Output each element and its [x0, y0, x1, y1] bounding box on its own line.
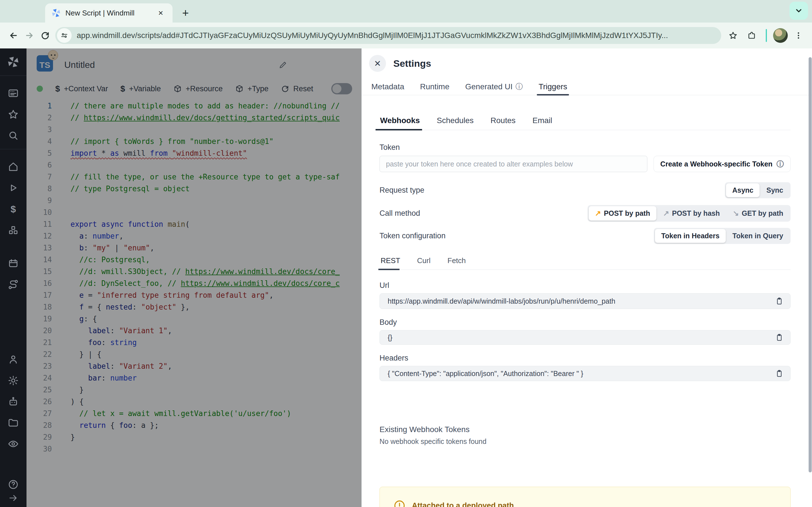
- sidebar-divider: [0, 75, 27, 76]
- url-value: https://app.windmill.dev/api/w/windmill-…: [388, 297, 775, 305]
- chevron-down-icon: [795, 6, 803, 15]
- option-post-by-path[interactable]: ↗POST by path: [589, 206, 656, 221]
- browser-chrome: New Script | Windmill × + app.windmill.d…: [0, 0, 812, 48]
- extensions-icon[interactable]: [744, 27, 760, 43]
- sidebar-item-settings[interactable]: [7, 374, 19, 387]
- option-token-in-headers[interactable]: Token in Headers: [655, 229, 726, 243]
- sidebar-expand-icon[interactable]: [7, 492, 19, 504]
- sidebar-item-home[interactable]: [7, 161, 19, 173]
- body-value: {}: [388, 334, 775, 342]
- settings-tabs: MetadataRuntimeGenerated UIⓘTriggers: [362, 78, 812, 95]
- deployed-path-warning: Attached to a deployed path The webhooks…: [379, 487, 791, 507]
- settings-body: WebhooksSchedulesRoutesEmail Token Creat…: [362, 116, 812, 507]
- token-label: Token: [379, 143, 791, 152]
- sidebar-item-schedules[interactable]: [7, 257, 19, 270]
- sidebar-item-help[interactable]: [7, 478, 19, 491]
- tab-title: New Script | Windmill: [65, 9, 151, 17]
- profile-separator: [766, 29, 767, 42]
- tab-metadata[interactable]: Metadata: [370, 78, 406, 95]
- create-webhook-token-button[interactable]: Create a Webhook-specific Token ⓘ: [654, 156, 791, 172]
- windmill-favicon-icon: [51, 8, 61, 18]
- tab-runtime[interactable]: Runtime: [418, 78, 451, 95]
- sidebar-divider: [0, 149, 27, 149]
- back-icon[interactable]: [6, 27, 21, 43]
- headers-label: Headers: [379, 354, 791, 362]
- forward-icon[interactable]: [21, 27, 37, 43]
- chrome-actions: [725, 27, 806, 43]
- option-async[interactable]: Async: [726, 183, 760, 197]
- option-token-in-query[interactable]: Token in Query: [726, 229, 790, 243]
- option-get-by-path[interactable]: ↘GET by path: [726, 206, 790, 221]
- sidebar-item-folders[interactable]: [7, 416, 19, 429]
- panel-scrollbar[interactable]: [809, 57, 812, 472]
- sidebar-item-workspace[interactable]: [7, 87, 19, 100]
- warning-title: Attached to a deployed path: [412, 501, 514, 507]
- tab-close-icon[interactable]: ×: [155, 7, 166, 18]
- call-method-label: Call method: [379, 209, 420, 218]
- option-sync[interactable]: Sync: [760, 183, 790, 197]
- token-config-label: Token configuration: [379, 231, 446, 240]
- tab-curl[interactable]: Curl: [416, 256, 432, 270]
- call-method-toggle: ↗POST by path↗POST by hash↘GET by path: [588, 205, 791, 222]
- sidebar-item-routes[interactable]: [7, 278, 19, 291]
- site-settings-icon[interactable]: [57, 28, 71, 43]
- tab-rest[interactable]: REST: [379, 256, 401, 270]
- browser-tab[interactable]: New Script | Windmill ×: [45, 3, 172, 22]
- url-field[interactable]: https://app.windmill.dev/api/w/windmill-…: [379, 293, 791, 309]
- sidebar-item-users[interactable]: [7, 353, 19, 365]
- tab-email[interactable]: Email: [532, 116, 553, 130]
- sidebar-item-workers[interactable]: [7, 395, 19, 408]
- arrow-up-right-icon: ↗: [595, 209, 601, 218]
- sidebar-item-favorites[interactable]: [7, 108, 19, 121]
- arrow-down-right-icon: ↘: [733, 209, 739, 218]
- browser-navbar: app.windmill.dev/scripts/add#JTdCJTIyaGF…: [0, 22, 812, 48]
- settings-panel: ✕ Settings MetadataRuntimeGenerated UIⓘT…: [361, 48, 812, 507]
- tab-routes[interactable]: Routes: [490, 116, 516, 130]
- sidebar-item-audit-logs[interactable]: [7, 438, 19, 450]
- editor-region: TS Untitled $ +Context Var $ +Variable +…: [27, 48, 361, 507]
- settings-title: Settings: [393, 58, 431, 69]
- close-icon[interactable]: ✕: [369, 55, 386, 72]
- existing-tokens-title: Existing Webhook Tokens: [379, 425, 791, 434]
- info-icon: ⓘ: [515, 82, 523, 92]
- profile-avatar[interactable]: [773, 28, 788, 43]
- url-bar[interactable]: app.windmill.dev/scripts/add#JTdCJTIyaGF…: [55, 27, 721, 44]
- sidebar-item-runs[interactable]: [7, 182, 19, 194]
- headers-value: { "Content-Type": "application/json", "A…: [388, 370, 775, 378]
- info-icon: ⓘ: [776, 159, 784, 169]
- alert-circle-icon: [393, 499, 406, 507]
- tab-search-button[interactable]: [790, 2, 808, 20]
- tab-fetch[interactable]: Fetch: [446, 256, 467, 270]
- headers-field[interactable]: { "Content-Type": "application/json", "A…: [379, 366, 791, 381]
- existing-tokens-empty: No webhook specific tokens found: [379, 438, 791, 446]
- menu-dots-icon[interactable]: [791, 27, 806, 43]
- tab-triggers[interactable]: Triggers: [537, 78, 569, 95]
- url-text: app.windmill.dev/scripts/add#JTdCJTIyaGF…: [77, 31, 668, 40]
- tab-generated-ui[interactable]: Generated UIⓘ: [463, 78, 524, 95]
- copy-icon[interactable]: [775, 333, 783, 342]
- body-field[interactable]: {}: [379, 330, 791, 345]
- sidebar-item-variables[interactable]: $: [7, 203, 19, 215]
- bookmark-star-icon[interactable]: [725, 27, 741, 43]
- sidebar-item-search[interactable]: [7, 129, 19, 142]
- drawer-backdrop[interactable]: [27, 48, 361, 507]
- copy-icon[interactable]: [775, 297, 783, 305]
- settings-header: ✕ Settings: [362, 48, 812, 78]
- tab-webhooks[interactable]: Webhooks: [379, 116, 420, 130]
- reload-icon[interactable]: [37, 27, 53, 43]
- sidebar-item-resources[interactable]: [7, 224, 19, 236]
- url-label: Url: [379, 281, 791, 290]
- tab-schedules[interactable]: Schedules: [436, 116, 474, 130]
- copy-icon[interactable]: [775, 369, 783, 378]
- tab-strip: New Script | Windmill × +: [0, 0, 812, 22]
- token-input[interactable]: [379, 156, 647, 172]
- arrow-up-right-icon: ↗: [663, 209, 669, 218]
- trigger-tabs: WebhooksSchedulesRoutesEmail: [375, 116, 791, 130]
- body-label: Body: [379, 318, 791, 327]
- app-sidebar: $: [0, 48, 27, 507]
- new-tab-button[interactable]: +: [177, 5, 193, 21]
- windmill-logo-icon[interactable]: [7, 56, 19, 68]
- request-type-toggle: AsyncSync: [725, 182, 791, 198]
- token-config-toggle: Token in HeadersToken in Query: [654, 228, 791, 244]
- option-post-by-hash[interactable]: ↗POST by hash: [657, 206, 726, 221]
